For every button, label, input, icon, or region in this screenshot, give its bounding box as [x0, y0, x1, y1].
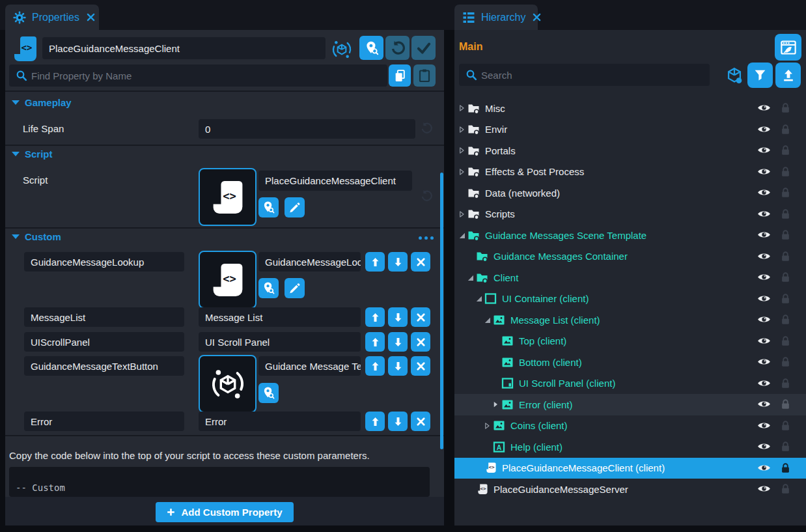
- lock-icon[interactable]: [781, 356, 790, 368]
- expand-arrow-icon[interactable]: [481, 315, 493, 324]
- custom-name-input[interactable]: [24, 412, 184, 431]
- visibility-eye-icon[interactable]: [757, 124, 771, 135]
- tree-item-data-networked[interactable]: Data (networked): [454, 182, 806, 204]
- custom-name-input[interactable]: [24, 252, 184, 272]
- move-down-button[interactable]: [388, 332, 408, 352]
- script-edit-button[interactable]: [285, 197, 305, 217]
- tree-item-guidance-messages-scene-template[interactable]: Guidance Messages Scene Template: [454, 225, 806, 246]
- visibility-eye-icon[interactable]: [757, 421, 771, 431]
- lock-icon[interactable]: [781, 102, 790, 114]
- remove-button[interactable]: [411, 412, 430, 431]
- expand-arrow-icon[interactable]: [481, 421, 493, 430]
- tree-item-portals[interactable]: Portals: [454, 140, 806, 161]
- visibility-eye-icon[interactable]: [757, 145, 771, 156]
- move-up-button[interactable]: [365, 252, 385, 272]
- lock-icon[interactable]: [781, 187, 790, 199]
- section-script[interactable]: Script: [12, 148, 53, 160]
- remove-button[interactable]: [411, 307, 430, 327]
- visibility-eye-icon[interactable]: [757, 336, 771, 346]
- lock-icon[interactable]: [781, 124, 790, 135]
- custom-value-field[interactable]: Guidance Message Te: [258, 356, 361, 376]
- lock-icon[interactable]: [781, 166, 790, 178]
- expand-arrow-icon[interactable]: [456, 104, 467, 113]
- expand-arrow-icon[interactable]: [456, 231, 467, 240]
- properties-scrollbar[interactable]: [440, 173, 443, 449]
- custom-code-box[interactable]: -- Custom: [9, 467, 430, 497]
- lock-icon[interactable]: [781, 229, 790, 241]
- expand-arrow-icon[interactable]: [473, 294, 484, 303]
- script-find-button[interactable]: [258, 197, 279, 217]
- move-up-button[interactable]: [365, 356, 385, 376]
- lock-icon[interactable]: [781, 378, 790, 389]
- confirm-button[interactable]: [411, 36, 436, 60]
- move-up-button[interactable]: [365, 332, 385, 352]
- scene-launch-button[interactable]: [775, 34, 801, 61]
- lock-icon[interactable]: [781, 399, 790, 410]
- lock-icon[interactable]: [781, 208, 790, 220]
- lock-icon[interactable]: [781, 251, 790, 262]
- section-gameplay[interactable]: Gameplay: [12, 97, 72, 108]
- move-up-button[interactable]: [365, 307, 385, 327]
- visibility-eye-icon[interactable]: [757, 294, 771, 304]
- custom-value-field[interactable]: Error: [199, 412, 361, 431]
- move-down-button[interactable]: [388, 412, 408, 431]
- custom-name-input[interactable]: [24, 356, 184, 376]
- paste-button[interactable]: [413, 64, 436, 87]
- lock-icon[interactable]: [781, 145, 790, 156]
- revert-button[interactable]: [385, 36, 410, 60]
- visibility-eye-icon[interactable]: [757, 315, 771, 325]
- add-custom-property-button[interactable]: Add Custom Property: [156, 502, 294, 522]
- custom-name-input[interactable]: [24, 332, 184, 352]
- tree-item-top-client[interactable]: Top (client): [454, 331, 806, 352]
- tab-hierarchy-close-button[interactable]: [533, 13, 541, 21]
- visibility-eye-icon[interactable]: [757, 378, 771, 389]
- visibility-eye-icon[interactable]: [757, 399, 771, 410]
- visibility-eye-icon[interactable]: [757, 103, 771, 113]
- custom-find-button[interactable]: [258, 278, 279, 298]
- tree-item-scripts[interactable]: Scripts: [454, 204, 806, 225]
- expand-arrow-icon[interactable]: [456, 125, 467, 134]
- expand-arrow-icon[interactable]: [456, 146, 467, 155]
- remove-button[interactable]: [411, 252, 430, 272]
- life-span-input[interactable]: [199, 119, 415, 139]
- script-asset-thumbnail[interactable]: <>: [199, 168, 257, 226]
- lock-icon[interactable]: [781, 441, 790, 453]
- more-options-button[interactable]: [419, 236, 434, 240]
- lock-icon[interactable]: [781, 314, 790, 326]
- cube-select-icon[interactable]: [725, 66, 743, 85]
- tab-properties[interactable]: Properties: [5, 5, 99, 30]
- move-up-button[interactable]: [365, 412, 385, 431]
- custom-value-field[interactable]: Message List: [199, 307, 361, 327]
- move-down-button[interactable]: [388, 307, 408, 327]
- tree-item-misc[interactable]: Misc: [454, 98, 806, 119]
- tree-item-envir[interactable]: Envir: [454, 119, 806, 141]
- tree-item-error-client[interactable]: Error (client): [454, 394, 806, 415]
- visibility-eye-icon[interactable]: [757, 167, 771, 177]
- section-custom[interactable]: Custom: [12, 231, 61, 242]
- find-in-scene-button[interactable]: [359, 36, 383, 60]
- expand-arrow-icon[interactable]: [490, 400, 501, 409]
- visibility-eye-icon[interactable]: [757, 188, 771, 198]
- visibility-eye-icon[interactable]: [757, 251, 771, 262]
- expand-arrow-icon[interactable]: [456, 167, 467, 176]
- tree-item-placeguidancemessageclient-client[interactable]: <>PlaceGuidanceMessageClient (client): [454, 458, 806, 479]
- tree-item-ui-container-client[interactable]: UI Container (client): [454, 288, 806, 310]
- visibility-eye-icon[interactable]: [757, 272, 771, 283]
- remove-button[interactable]: [411, 332, 430, 352]
- custom-edit-button[interactable]: [285, 278, 305, 298]
- tree-item-ui-scroll-panel-client[interactable]: UI Scroll Panel (client): [454, 373, 806, 395]
- expand-arrow-icon[interactable]: [456, 210, 467, 219]
- expand-arrow-icon[interactable]: [464, 273, 476, 282]
- filter-button[interactable]: [747, 63, 773, 88]
- custom-value-field[interactable]: GuidanceMessageLoo: [258, 252, 361, 272]
- visibility-eye-icon[interactable]: [757, 484, 771, 494]
- lock-icon[interactable]: [781, 420, 790, 432]
- upload-button[interactable]: [775, 63, 801, 88]
- template-icon[interactable]: [331, 39, 352, 60]
- lock-icon[interactable]: [781, 462, 790, 474]
- visibility-eye-icon[interactable]: [757, 441, 771, 452]
- visibility-eye-icon[interactable]: [757, 463, 771, 473]
- visibility-eye-icon[interactable]: [757, 209, 771, 219]
- script-asset-thumbnail[interactable]: <>: [199, 251, 257, 309]
- lock-icon[interactable]: [781, 293, 790, 305]
